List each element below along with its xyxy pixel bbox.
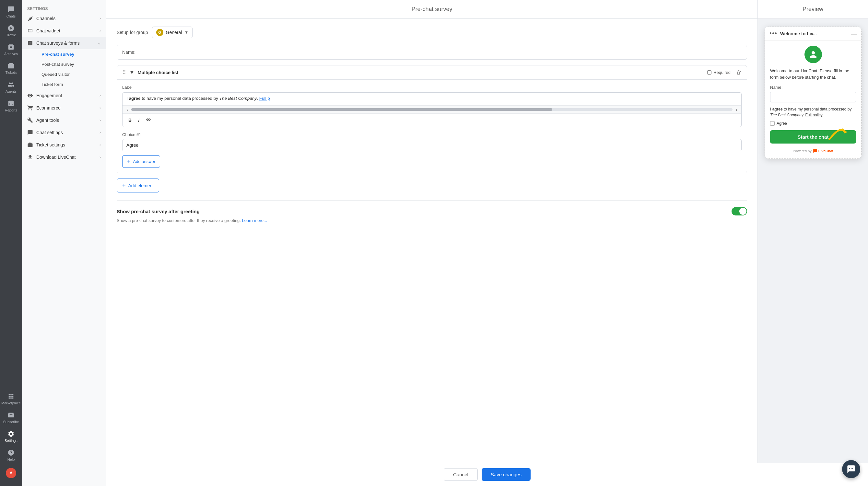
choice-input[interactable]	[122, 139, 742, 151]
submenu-ticket-form[interactable]: Ticket form	[36, 79, 106, 90]
cancel-button[interactable]: Cancel	[444, 468, 478, 481]
minimize-icon[interactable]: —	[851, 31, 857, 37]
italic-company: The Best Company	[219, 96, 257, 101]
name-field-card: Name:	[117, 45, 747, 60]
download-label: Download LiveChat	[36, 155, 75, 160]
collapse-icon[interactable]: ▼	[129, 70, 134, 75]
widget-consent: I agree to have my personal data process…	[770, 106, 856, 118]
powered-by: Powered by LiveChat	[770, 149, 856, 153]
survey-toggle-description: Show a pre-chat survey to customers afte…	[117, 218, 747, 223]
widget-dots-icon: •••	[770, 30, 778, 37]
sidebar-item-download[interactable]: Download LiveChat ›	[22, 151, 106, 163]
left-navigation: Chats Traffic Archives Tickets Agents Re…	[0, 0, 22, 486]
multiple-choice-card: ⠿ ▼ Multiple choice list Required 🗑 Labe…	[117, 65, 747, 173]
sidebar-item-archives[interactable]: Archives	[0, 40, 22, 59]
scroll-right-icon[interactable]: ›	[735, 107, 739, 112]
group-selector-label: Setup for group	[117, 30, 148, 35]
sidebar-item-agent-tools[interactable]: Agent tools ›	[22, 114, 106, 126]
start-chat-button[interactable]: Start the chat	[770, 130, 856, 143]
bold-button[interactable]: B	[126, 117, 133, 124]
sidebar-item-channels[interactable]: Channels ›	[22, 12, 106, 25]
sidebar-item-help[interactable]: Help	[0, 446, 22, 465]
mc-body: Label I agree to have my personal data p…	[117, 80, 747, 173]
link-button[interactable]	[144, 116, 153, 124]
mc-title: Multiple choice list	[138, 70, 178, 75]
editor-toolbar: B I	[123, 114, 741, 127]
drag-handle-icon[interactable]: ⠿	[122, 69, 126, 75]
download-chevron: ›	[99, 155, 101, 159]
sidebar-item-ecommerce[interactable]: Ecommerce ›	[22, 102, 106, 114]
widget-top-bar: ••• Welcome to Liv... —	[765, 27, 861, 40]
consent-bold: agree	[772, 107, 783, 111]
channels-label: Channels	[36, 16, 55, 21]
consent-link[interactable]: Full policy	[805, 113, 823, 117]
preview-panel: ••• Welcome to Liv... — Welcome to our L…	[758, 19, 868, 463]
footer-bar: Cancel Save changes	[106, 463, 868, 486]
nav-label-marketplace: Marketplace	[1, 401, 21, 405]
sidebar-item-engagement[interactable]: Engagement ›	[22, 90, 106, 102]
italic-button[interactable]: I	[136, 117, 141, 124]
bold-agree-text: agree	[129, 96, 141, 101]
nav-label-tickets: Tickets	[5, 71, 17, 74]
group-dropdown[interactable]: G General ▼	[152, 27, 193, 38]
group-selector: Setup for group G General ▼	[117, 27, 747, 38]
sidebar-item-settings[interactable]: Settings	[0, 427, 22, 446]
sidebar-item-reports[interactable]: Reports	[0, 97, 22, 115]
sidebar-item-agents[interactable]: Agents	[0, 78, 22, 97]
widget-body: Welcome to our LiveChat! Please fill in …	[765, 40, 861, 158]
group-badge: G	[156, 29, 163, 36]
add-answer-label: Add answer	[133, 159, 156, 164]
nav-label-agents: Agents	[5, 90, 17, 93]
sidebar-item-marketplace[interactable]: Marketplace	[0, 389, 22, 408]
consent-text-1: I	[770, 107, 772, 111]
widget-agree-checkbox[interactable]	[770, 121, 775, 126]
submenu-queued-visitor[interactable]: Queued visitor	[36, 69, 106, 79]
fab-button[interactable]	[842, 460, 860, 478]
sidebar-item-chat-widget[interactable]: Chat widget ›	[22, 25, 106, 37]
consent-company: The Best Company.	[770, 113, 804, 117]
user-avatar[interactable]: A	[0, 465, 22, 483]
widget-agree-label: Agree	[777, 121, 787, 126]
sidebar-item-ticket-settings[interactable]: Ticket settings ›	[22, 139, 106, 151]
submenu-pre-chat[interactable]: Pre-chat survey	[36, 49, 106, 59]
name-field: Name:	[117, 45, 747, 60]
save-button[interactable]: Save changes	[482, 468, 531, 481]
sidebar-item-chat-settings[interactable]: Chat settings ›	[22, 126, 106, 139]
chat-widget-chevron: ›	[99, 29, 101, 33]
choice-section: Choice #1	[122, 132, 742, 151]
scroll-track	[131, 108, 733, 111]
editor-scroll-area: ‹ ›	[123, 106, 741, 114]
sidebar-item-tickets[interactable]: Tickets	[0, 59, 22, 78]
chat-settings-chevron: ›	[99, 130, 101, 135]
settings-panel: Setup for group G General ▼ Name: ⠿ ▼ Mu…	[106, 19, 758, 463]
chat-surveys-label: Chat surveys & forms	[36, 40, 80, 46]
scroll-left-icon[interactable]: ‹	[125, 107, 129, 112]
avatar-circle	[804, 46, 822, 63]
sidebar-item-chat-surveys[interactable]: Chat surveys & forms ⌄	[22, 37, 106, 49]
choice-label: Choice #1	[122, 132, 742, 137]
survey-toggle[interactable]	[732, 207, 747, 216]
add-answer-button[interactable]: + Add answer	[122, 155, 160, 168]
add-element-button[interactable]: + Add element	[117, 179, 159, 192]
label-field-label: Label	[122, 85, 742, 90]
add-answer-plus-icon: +	[127, 158, 131, 165]
editor-content[interactable]: I agree to have my personal data process…	[123, 93, 741, 106]
consent-text-2: to have my personal data processed by	[783, 107, 852, 111]
learn-more-link[interactable]: Learn more...	[242, 218, 267, 223]
sidebar-item-chats[interactable]: Chats	[0, 3, 22, 21]
delete-icon[interactable]: 🗑	[736, 70, 742, 75]
nav-label-reports: Reports	[5, 108, 18, 112]
sidebar-item-subscribe[interactable]: Subscribe	[0, 408, 22, 427]
widget-name-input[interactable]	[770, 92, 856, 102]
add-element-label: Add element	[128, 183, 154, 188]
full-policy-link[interactable]: Full p	[259, 96, 270, 101]
agent-tools-label: Agent tools	[36, 118, 59, 123]
settings-sidebar: Settings Channels › Chat widget › Chat s…	[22, 0, 106, 486]
livechat-logo: LiveChat	[813, 149, 833, 153]
nav-label-traffic: Traffic	[6, 33, 16, 37]
sidebar-item-traffic[interactable]: Traffic	[0, 21, 22, 40]
required-checkbox[interactable]	[707, 70, 711, 74]
agent-tools-chevron: ›	[99, 118, 101, 123]
chat-widget-preview: ••• Welcome to Liv... — Welcome to our L…	[765, 27, 862, 159]
submenu-post-chat[interactable]: Post-chat survey	[36, 59, 106, 69]
